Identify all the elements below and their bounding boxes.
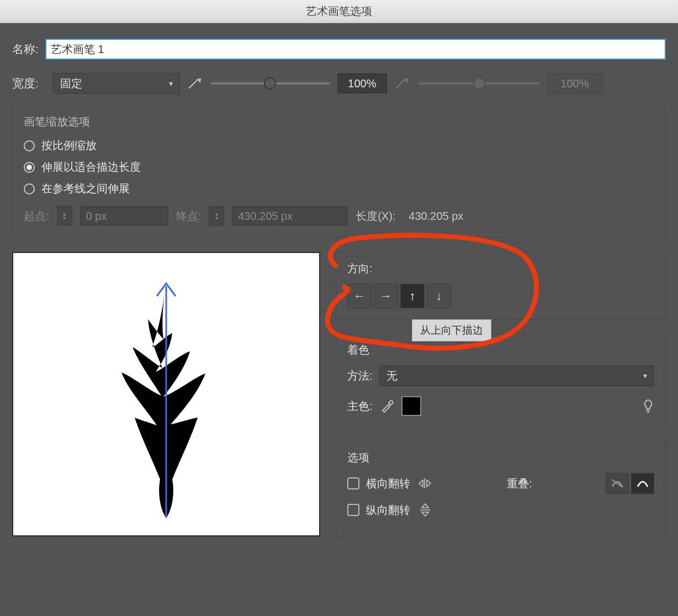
flip-h-checkbox[interactable]	[347, 477, 359, 489]
radio-icon	[24, 140, 35, 151]
flip-v-label: 纵向翻转	[366, 503, 410, 518]
width-type-dropdown[interactable]: 固定 ▾	[53, 73, 180, 94]
flip-h-icon	[417, 475, 433, 492]
direction-panel: 方向: ← → ↑ ↓	[336, 252, 666, 320]
end-label: 终点:	[176, 209, 202, 224]
radio-icon	[24, 162, 35, 173]
options-title: 选项	[347, 450, 654, 465]
method-label: 方法:	[347, 368, 373, 383]
direction-right-button[interactable]: →	[374, 284, 398, 308]
keycolor-swatch[interactable]	[401, 396, 421, 416]
start-label: 起点:	[24, 209, 49, 224]
window-title: 艺术画笔选项	[306, 4, 372, 19]
length-label: 长度(X):	[356, 209, 395, 224]
pressure-icon-2	[395, 77, 410, 89]
direction-up-button[interactable]: ↑	[400, 284, 425, 308]
radio-stretch-fit[interactable]: 伸展以适合描边长度	[24, 160, 654, 175]
name-label: 名称:	[12, 41, 39, 57]
width-slider-2	[418, 82, 539, 85]
arrow-up-icon: ↑	[410, 289, 416, 303]
chevron-down-icon: ▾	[643, 371, 647, 380]
arrow-right-icon: →	[380, 289, 392, 303]
pressure-icon	[188, 77, 203, 89]
chevron-down-icon: ▾	[169, 79, 173, 88]
method-value: 无	[386, 368, 398, 383]
direction-label: 方向:	[347, 261, 654, 276]
flip-v-checkbox[interactable]	[347, 504, 359, 516]
svg-line-1	[612, 480, 623, 487]
overlap-on-button[interactable]	[631, 473, 654, 494]
length-value: 430.205 px	[409, 210, 463, 223]
arrow-left-icon: ←	[353, 289, 366, 303]
coloring-title: 着色	[347, 343, 654, 357]
brush-scale-group: 画笔缩放选项 按比例缩放 伸展以适合描边长度 在参考线之间伸展 起点: ▴▾ 0…	[12, 106, 666, 238]
flip-v-icon	[417, 502, 433, 518]
end-value: 430.205 px	[232, 206, 348, 226]
coloring-method-dropdown[interactable]: 无 ▾	[379, 365, 654, 386]
overlap-off-button[interactable]	[606, 473, 629, 494]
direction-tooltip: 从上向下描边	[412, 319, 491, 341]
brush-name-input[interactable]: 艺术画笔 1	[45, 39, 666, 60]
window-titlebar: 艺术画笔选项	[0, 0, 678, 23]
keycolor-label: 主色:	[347, 399, 373, 414]
direction-left-button[interactable]: ←	[347, 284, 372, 308]
width-value-1[interactable]: 100%	[337, 73, 387, 93]
scale-group-title: 画笔缩放选项	[24, 114, 654, 129]
radio-icon	[24, 183, 35, 194]
tips-icon[interactable]	[642, 399, 654, 413]
direction-down-button[interactable]: ↓	[427, 284, 451, 308]
options-panel: 选项 横向翻转 重叠:	[336, 441, 666, 538]
start-value: 0 px	[80, 206, 168, 226]
overlap-label: 重叠:	[507, 476, 532, 491]
radio-stretch-guides[interactable]: 在参考线之间伸展	[24, 181, 654, 196]
start-stepper: ▴▾	[57, 206, 72, 226]
brush-preview	[12, 252, 320, 536]
width-type-value: 固定	[60, 76, 82, 91]
coloring-panel: 着色 方法: 无 ▾ 主色:	[336, 333, 666, 428]
flip-h-label: 横向翻转	[366, 476, 410, 491]
arrow-down-icon: ↓	[436, 289, 442, 303]
width-value-2: 100%	[547, 73, 602, 93]
end-stepper: ▴▾	[209, 206, 224, 226]
eyedropper-icon[interactable]	[379, 398, 395, 414]
width-label: 宽度:	[12, 76, 39, 91]
brush-name-value: 艺术画笔 1	[46, 40, 665, 59]
width-slider-1[interactable]	[211, 82, 330, 85]
radio-proportional[interactable]: 按比例缩放	[24, 138, 654, 153]
